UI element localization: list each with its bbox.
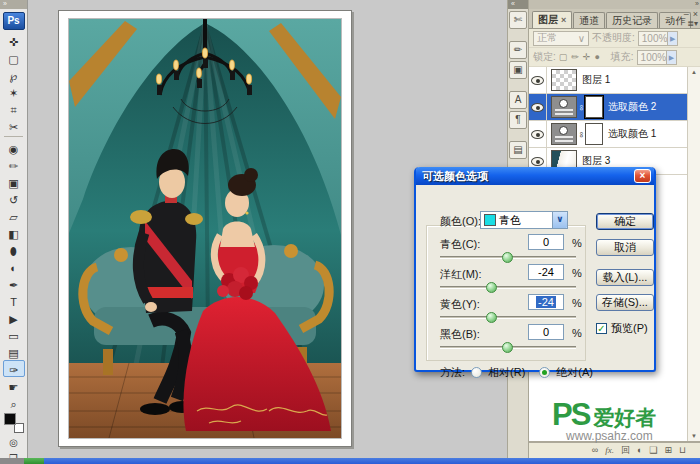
delete-layer-icon[interactable]: ⊔ — [679, 444, 686, 456]
color-select[interactable]: 青色 ∨ — [480, 211, 568, 229]
clone-source-panel-icon[interactable]: ▣ — [509, 61, 527, 79]
blur-tool[interactable]: ⬮ — [3, 241, 25, 258]
lock-pixels-icon[interactable]: ✏ — [571, 52, 579, 62]
save-button[interactable]: 存储(S)... — [596, 294, 654, 311]
blend-mode-select[interactable]: 正常 ∨ — [533, 31, 589, 46]
black-slider-label: 黑色(B): — [440, 327, 480, 342]
checkbox-box[interactable]: ✓ — [596, 323, 607, 334]
layer-thumbnail[interactable] — [551, 69, 577, 91]
visibility-toggle[interactable] — [529, 94, 547, 121]
dodge-tool[interactable]: ◐ — [3, 258, 25, 275]
move-tool[interactable]: ✜ — [3, 32, 25, 49]
cyan-slider-track[interactable] — [440, 256, 576, 259]
history-brush-tool[interactable]: ↺ — [3, 190, 25, 207]
layer-row-1[interactable]: 图层 1 — [529, 67, 700, 94]
panel-menu-icon[interactable]: ≣▾ — [687, 19, 698, 28]
healing-brush-tool[interactable]: ◉ — [3, 139, 25, 156]
dock-collapse-button[interactable]: « — [508, 0, 528, 9]
dialog-close-button[interactable]: × — [634, 169, 651, 183]
minimize-icon[interactable]: – — [684, 10, 689, 18]
marquee-tool[interactable]: ▢ — [3, 49, 25, 66]
notes-tool[interactable]: ▤ — [3, 343, 25, 360]
toolbox-collapse-button[interactable]: » — [0, 0, 27, 9]
gradient-tool[interactable]: ◧ — [3, 224, 25, 241]
adjustment-layer-thumbnail[interactable] — [551, 123, 577, 145]
hand-tool[interactable]: ☛ — [3, 377, 25, 394]
scroll-down-icon[interactable]: ▼ — [691, 431, 697, 441]
black-value-field[interactable]: 0 — [528, 324, 564, 340]
magenta-slider-track[interactable] — [440, 286, 576, 289]
close-icon[interactable]: × — [693, 10, 698, 18]
yellow-slider-track[interactable] — [440, 316, 576, 319]
magenta-slider-thumb[interactable] — [486, 282, 497, 293]
taskbar[interactable] — [0, 458, 700, 464]
adjustment-layer-thumbnail[interactable] — [551, 96, 577, 118]
layer-row-3[interactable]: ∞ 选取颜色 1 — [529, 121, 700, 148]
magic-wand-tool[interactable]: ✶ — [3, 83, 25, 100]
load-button[interactable]: 载入(L)... — [596, 269, 654, 286]
black-slider-track[interactable] — [440, 346, 576, 349]
radio-absolute[interactable] — [539, 367, 550, 378]
crop-tool[interactable]: ⌗ — [3, 100, 25, 117]
opacity-field[interactable]: 100% ▶ — [638, 31, 678, 46]
layer-style-icon[interactable]: fx. — [605, 444, 614, 456]
lock-position-icon[interactable]: ✛ — [583, 52, 591, 62]
shape-tool[interactable]: ▭ — [3, 326, 25, 343]
radio-relative[interactable] — [471, 367, 482, 378]
cancel-button[interactable]: 取消 — [596, 239, 654, 256]
brush-tool[interactable]: ✏ — [3, 156, 25, 173]
link-layers-icon[interactable]: ∞ — [592, 444, 598, 456]
adjustment-layer-icon[interactable]: ◐ — [637, 444, 642, 456]
visibility-toggle[interactable] — [529, 121, 547, 148]
yellow-slider-thumb[interactable] — [486, 312, 497, 323]
tab-close-icon[interactable]: × — [561, 15, 566, 25]
eraser-tool[interactable]: ▱ — [3, 207, 25, 224]
clone-stamp-tool[interactable]: ▣ — [3, 173, 25, 190]
character-panel-icon[interactable]: A — [509, 91, 527, 109]
foreground-color-swatch[interactable] — [4, 413, 16, 425]
dialog-title-bar[interactable]: 可选颜色选项 × — [416, 167, 654, 185]
start-button-sliver[interactable] — [24, 458, 44, 464]
fill-spinner-icon[interactable]: ▶ — [666, 51, 675, 64]
zoom-tool[interactable]: ⌕ — [3, 394, 25, 411]
layer-mask-thumbnail[interactable] — [585, 123, 603, 145]
dock-expand-button[interactable]: » — [695, 0, 698, 8]
layers-scrollbar[interactable]: ▲ ▼ — [687, 67, 700, 441]
add-mask-icon[interactable]: 回 — [621, 444, 630, 456]
document-canvas[interactable] — [58, 10, 352, 447]
layer-row-2-selected[interactable]: ∞ 选取颜色 2 — [529, 94, 700, 121]
pen-tool[interactable]: ✒ — [3, 275, 25, 292]
cyan-value-field[interactable]: 0 — [528, 234, 564, 250]
lock-transparency-icon[interactable]: ▢ — [559, 52, 568, 62]
scroll-up-icon[interactable]: ▲ — [691, 67, 697, 77]
layer-comps-panel-icon[interactable]: ▤ — [509, 141, 527, 159]
black-slider-thumb[interactable] — [502, 342, 513, 353]
tool-presets-panel-icon[interactable]: ✄ — [509, 11, 527, 29]
yellow-value-field[interactable]: -24 — [528, 294, 564, 310]
color-swatches[interactable] — [3, 413, 25, 433]
lock-all-icon[interactable]: ● — [594, 52, 599, 62]
tab-history[interactable]: 历史记录 — [606, 12, 658, 28]
cyan-slider-thumb[interactable] — [502, 252, 513, 263]
quick-mask-button[interactable]: ◎ — [3, 435, 25, 450]
preview-checkbox[interactable]: ✓ 预览(P) — [596, 321, 648, 336]
slice-tool[interactable]: ✂ — [3, 117, 25, 134]
eyedropper-tool[interactable]: ✑ — [3, 360, 25, 377]
fill-field[interactable]: 100% ▶ — [637, 50, 677, 65]
new-group-icon[interactable]: ❑ — [649, 444, 657, 456]
watermark-ps: PS — [552, 399, 589, 430]
new-layer-icon[interactable]: ⊞ — [664, 444, 672, 456]
opacity-spinner-icon[interactable]: ▶ — [667, 32, 676, 45]
layer-mask-thumbnail[interactable] — [585, 96, 603, 118]
path-selection-tool[interactable]: ▶ — [3, 309, 25, 326]
type-tool[interactable]: T — [3, 292, 25, 309]
tab-channels[interactable]: 通道 — [573, 12, 605, 28]
ok-button[interactable]: 确定 — [596, 213, 654, 230]
dropdown-button[interactable]: ∨ — [552, 212, 567, 228]
tab-layers[interactable]: 图层× — [532, 11, 572, 28]
magenta-value-field[interactable]: -24 — [528, 264, 564, 280]
paragraph-panel-icon[interactable]: ¶ — [509, 111, 527, 129]
visibility-toggle[interactable] — [529, 67, 547, 94]
brushes-panel-icon[interactable]: ✏ — [509, 41, 527, 59]
lasso-tool[interactable]: ℘ — [3, 66, 25, 83]
